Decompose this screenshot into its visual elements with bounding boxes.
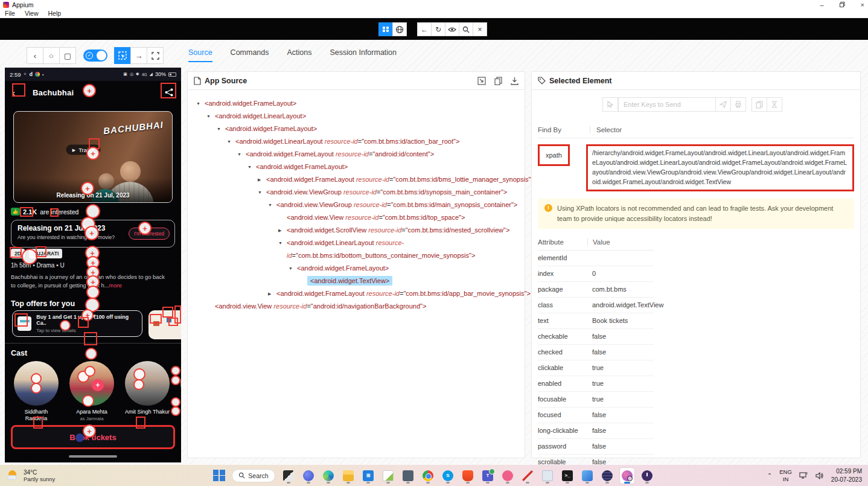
device-back-button[interactable]: ‹	[27, 47, 43, 64]
expand-arrow-icon[interactable]: ▼	[217, 123, 225, 135]
more-link[interactable]: more	[109, 282, 122, 289]
device-back-arrow-icon[interactable]: ‹	[12, 88, 24, 98]
trailer-button[interactable]: ▶Trailer	[66, 145, 101, 155]
app-window-icon[interactable]	[540, 468, 555, 484]
photos-icon[interactable]	[580, 468, 595, 484]
send-keys-button[interactable]	[715, 97, 731, 112]
chrome-icon[interactable]	[421, 468, 435, 484]
tree-node[interactable]: ▼<android.view.ViewGroup resource-id="co…	[191, 186, 521, 199]
eclipse-icon[interactable]	[600, 468, 614, 484]
messaging-icon[interactable]	[500, 468, 515, 484]
cast-member[interactable]: Amit Singh Thakur	[125, 361, 170, 422]
calculator-icon[interactable]	[401, 468, 415, 484]
tree-node[interactable]: ▼<android.widget.FrameLayout>	[191, 161, 521, 173]
start-button[interactable]	[212, 469, 226, 482]
tree-node[interactable]: <android.widget.TextView>	[191, 275, 521, 287]
menu-view[interactable]: View	[25, 10, 39, 17]
menu-file[interactable]: File	[5, 10, 15, 17]
tab-source[interactable]: Source	[188, 48, 212, 62]
copy-attributes-button[interactable]	[752, 97, 767, 112]
back-button[interactable]: ←	[417, 22, 432, 36]
send-keys-input[interactable]	[618, 97, 716, 112]
weather-widget[interactable]: 34°C Partly sunny	[0, 469, 199, 482]
expand-arrow-icon[interactable]: ▼	[206, 110, 215, 123]
clock[interactable]: 02:59 PM20-07-2023	[831, 467, 862, 484]
expand-arrow-icon[interactable]: ▼	[289, 262, 297, 275]
select-elements-mode-button[interactable]	[114, 47, 131, 64]
tab-actions[interactable]: Actions	[287, 48, 312, 62]
expand-arrow-icon[interactable]: ▶	[278, 224, 287, 237]
terminal-icon[interactable]: >_	[560, 468, 575, 484]
taskbar-search[interactable]: Search	[232, 469, 275, 482]
cast-member[interactable]: Apara Mehtaas Jamnala	[69, 361, 114, 422]
task-view-icon[interactable]	[281, 468, 296, 484]
swipe-mode-button[interactable]: →	[130, 47, 147, 64]
tree-node[interactable]: ▼<android.widget.LinearLayout>	[191, 110, 521, 123]
tab-session-information[interactable]: Session Information	[330, 48, 397, 62]
tree-node[interactable]: ▼<android.widget.FrameLayout>	[191, 123, 521, 135]
network-icon[interactable]: 8	[799, 472, 808, 479]
book-tickets-button[interactable]: Book tickets	[11, 425, 175, 449]
cast-member[interactable]: N	[180, 361, 181, 422]
quit-session-button[interactable]: ×	[473, 22, 487, 36]
edge-browser-icon[interactable]	[321, 468, 336, 484]
toggle-attributes-icon[interactable]	[477, 77, 486, 85]
wait-for-element-button[interactable]	[767, 97, 782, 112]
tag-2d[interactable]: 2D	[11, 249, 25, 258]
expand-arrow-icon[interactable]: ▼	[196, 97, 205, 110]
tree-node[interactable]: <android.view.View resource-id="com.bt.b…	[191, 211, 521, 224]
expand-arrow-icon[interactable]: ▼	[227, 135, 235, 148]
tag-language[interactable]: GUJARATI	[29, 249, 62, 258]
search-button[interactable]	[459, 22, 473, 36]
tree-node[interactable]: ▶<android.widget.FrameLayout resource-id…	[191, 287, 521, 300]
highlight-elements-toggle[interactable]: ✓	[83, 50, 107, 62]
pen-tool-icon[interactable]	[520, 468, 535, 484]
microsoft-store-icon[interactable]: ⊞	[361, 468, 375, 484]
brave-icon[interactable]	[461, 468, 475, 484]
device-screenshot[interactable]: 2:59 ✧ d • ▣ ◎ ✱ 4G ◢ 30% ‹ Bachubhai BA…	[5, 68, 181, 462]
notepad-icon[interactable]	[381, 468, 395, 484]
copy-source-icon[interactable]	[494, 77, 502, 85]
offer-card-partial[interactable]	[148, 310, 181, 339]
file-explorer-icon[interactable]	[341, 468, 356, 484]
tree-node[interactable]: <android.view.View resource-id="android:…	[191, 300, 521, 313]
clear-input-button[interactable]	[730, 97, 746, 112]
download-source-icon[interactable]	[511, 77, 519, 85]
im-interested-button[interactable]: I'm interested	[129, 228, 170, 240]
restore-button[interactable]	[840, 2, 845, 7]
movie-poster[interactable]: BACHUBHAI ▶Trailer Releasing on 21 Jul, …	[13, 111, 173, 203]
teams-icon[interactable]: T	[480, 468, 495, 484]
tree-node[interactable]: ▼<android.widget.FrameLayout>	[191, 262, 521, 275]
native-app-mode-button[interactable]	[378, 22, 393, 36]
expand-arrow-icon[interactable]: ▶	[258, 173, 266, 186]
appium-icon[interactable]	[620, 468, 634, 484]
device-home-button[interactable]: ○	[43, 47, 60, 64]
minimize-button[interactable]: –	[820, 1, 823, 8]
expand-arrow-icon[interactable]: ▶	[268, 287, 276, 300]
tap-element-button[interactable]	[602, 97, 618, 112]
device-recents-button[interactable]: ▢	[59, 47, 76, 64]
web-mode-button[interactable]	[392, 22, 407, 36]
chat-icon[interactable]	[301, 468, 316, 484]
tree-node[interactable]: ▼<android.widget.FrameLayout resource-id…	[191, 148, 521, 161]
offer-card[interactable]: Buy 1 and Get 1 up to ₹100 off using Ca.…	[12, 310, 142, 337]
tray-expand-icon[interactable]: ⌃	[767, 472, 772, 479]
clock-app-icon[interactable]	[640, 468, 654, 484]
tap-coordinates-mode-button[interactable]	[147, 47, 164, 64]
tree-node[interactable]: ▼<android.widget.LinearLayout resource-i…	[191, 135, 521, 148]
tree-node[interactable]: ▼<android.widget.LinearLayout resource-i…	[191, 237, 521, 262]
refresh-button[interactable]: ↻	[431, 22, 445, 36]
cast-member[interactable]: Siddharth Randeria	[14, 361, 59, 422]
expand-arrow-icon[interactable]: ▼	[268, 199, 276, 211]
tree-node[interactable]: ▼<android.view.ViewGroup resource-id="co…	[191, 199, 521, 211]
menu-help[interactable]: Help	[48, 10, 62, 17]
tab-commands[interactable]: Commands	[231, 48, 269, 62]
close-button[interactable]: ×	[861, 1, 864, 8]
expand-arrow-icon[interactable]: ▼	[247, 161, 256, 173]
language-indicator[interactable]: ENGIN	[779, 468, 792, 482]
expand-arrow-icon[interactable]: ▼	[258, 186, 266, 199]
expand-arrow-icon[interactable]: ▼	[278, 237, 287, 249]
volume-icon[interactable]	[815, 472, 824, 479]
share-icon[interactable]	[164, 88, 174, 97]
tree-node[interactable]: ▶<android.widget.ScrollView resource-id=…	[191, 224, 521, 237]
